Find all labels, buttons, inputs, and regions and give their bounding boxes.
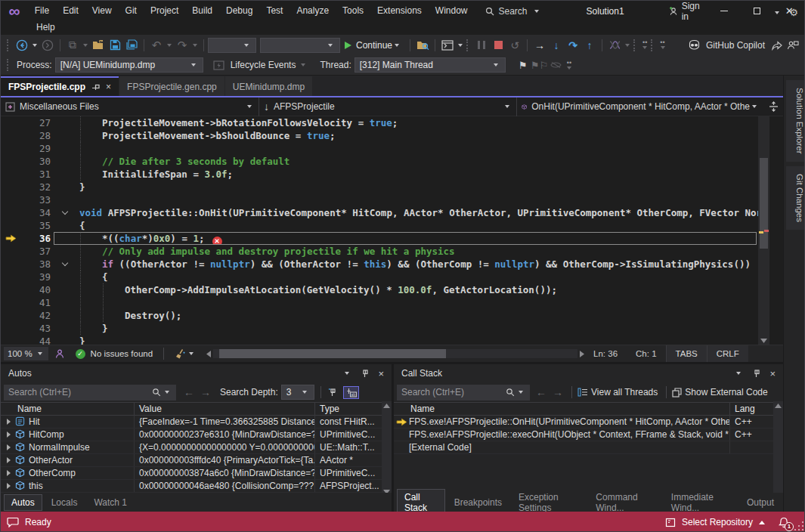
toolbar-grip[interactable] [633,39,636,51]
show-external-code-label[interactable]: Show External Code [685,387,767,397]
autos-window-menu-caret-icon[interactable] [345,372,349,375]
code-line[interactable]: 27ProjectileMovement->bRotationFollowsVe… [1,116,758,129]
menu-debug[interactable]: Debug [219,1,259,21]
fold-margin[interactable] [51,335,79,345]
intellisense-health-icon[interactable] [54,348,65,359]
expand-arrow-icon[interactable] [7,470,11,476]
line-indicator[interactable]: Ln: 36 [593,349,618,358]
expand-arrow-icon[interactable] [7,483,11,489]
editor-vertical-scrollbar[interactable] [758,116,769,345]
toolbar-grip[interactable] [651,39,654,51]
redo-caret-icon[interactable] [193,44,197,47]
code-line[interactable]: 32} [1,181,758,193]
fold-margin[interactable] [51,168,79,181]
send-feedback-icon[interactable] [786,39,800,52]
search-forward-icon[interactable]: → [551,385,565,399]
continue-button[interactable]: Continue [345,40,401,51]
fold-margin[interactable] [51,206,79,219]
autos-row[interactable]: OtherComp0x000000003874a6c0 {MinDrawDist… [1,467,392,480]
feedback-bubble-icon[interactable] [7,517,19,527]
fold-margin[interactable] [51,296,79,309]
fold-margin[interactable] [51,245,79,258]
toolbar-grip[interactable] [7,59,10,71]
breakpoint-margin[interactable] [1,116,20,129]
code-line[interactable]: 28ProjectileMovement->bShouldBounce = tr… [1,129,758,142]
menu-build[interactable]: Build [185,1,219,21]
call-stack-grid-header[interactable]: Name Lang [394,402,783,416]
undo-icon[interactable]: ↶ [150,39,163,52]
call-stack-window-menu-caret-icon[interactable] [736,372,741,375]
breakpoint-margin[interactable] [1,129,20,142]
frame-name-cell[interactable]: FPS.exe!AFPSProjectile::execOnHit(UObjec… [394,428,730,441]
side-tab-solution-explorer[interactable]: Solution Explorer [786,80,804,162]
code-line[interactable]: 29 [1,142,758,155]
menu-project[interactable]: Project [144,1,185,21]
autos-grid-header[interactable]: Name Value Type [1,402,392,416]
solution-explorer-window-icon[interactable] [441,39,454,52]
pin-properties-icon[interactable]: ab [343,386,359,399]
autos-row[interactable]: NormalImpulse{X=0.00000000000000000 Y=0.… [1,441,392,454]
menu-git[interactable]: Git [119,1,144,21]
fold-margin[interactable] [51,232,79,245]
code-line[interactable]: 30// Die after 3 seconds by default [1,155,758,168]
document-well-options-gear-icon[interactable]: ⚙ [789,7,798,18]
frame-name-cell[interactable]: FPS.exe!AFPSProjectile::OnHit(UPrimitive… [394,416,730,428]
type-dropdown[interactable]: ↓ AFPSProjectile [259,97,516,116]
fold-margin[interactable] [51,219,79,232]
code-line[interactable]: 41 [1,296,758,309]
breakpoint-margin[interactable] [1,296,20,309]
tab-close-icon[interactable]: × [106,82,111,92]
sign-in-button[interactable]: Sign in [668,1,707,22]
code-editor[interactable]: 27ProjectileMovement->bRotationFollowsVe… [1,116,758,345]
stop-debugging-icon[interactable] [491,39,505,52]
editor-horizontal-scrollbar[interactable] [213,349,577,358]
find-in-files-icon[interactable] [416,39,429,52]
menu-test[interactable]: Test [259,1,289,21]
menu-help[interactable]: Help [29,20,62,34]
navigate-forward-icon[interactable] [41,39,54,52]
expand-arrow-icon[interactable] [7,457,11,463]
code-line[interactable]: 39{ [1,271,758,283]
toolbar-grip[interactable] [466,39,469,51]
github-copilot-label[interactable]: GitHub Copilot [706,40,765,51]
navigate-back-caret-icon[interactable] [33,44,37,47]
breakpoint-margin[interactable] [1,271,20,283]
open-folder-icon[interactable] [91,39,105,52]
menu-file[interactable]: File [28,1,56,21]
new-project-caret-icon[interactable] [83,44,88,47]
save-icon[interactable] [108,39,122,52]
autos-value-cell[interactable]: 0x00000000237e6310 {MinDrawDistance=??..… [135,428,315,441]
autos-name-cell[interactable]: this [1,480,135,492]
fold-margin[interactable] [51,322,79,335]
autos-name-cell[interactable]: Hit [1,416,135,428]
autos-name-cell[interactable]: NormalImpulse [1,441,135,453]
select-repository-label[interactable]: Select Repository [682,517,753,527]
watch-window-tab[interactable]: Locals [44,494,85,511]
share-icon[interactable] [769,39,783,52]
menu-extensions[interactable]: Extensions [370,1,429,21]
platform-dropdown[interactable] [260,38,340,53]
fold-margin[interactable] [51,271,79,283]
document-tab[interactable]: FPSProjectile.gen.cpp [119,76,224,96]
fold-margin[interactable] [51,283,79,296]
fold-margin[interactable] [51,181,79,193]
side-tab-git-changes[interactable]: Git Changes [786,166,804,230]
toolbar-grip[interactable] [7,39,10,51]
autos-value-cell[interactable]: 0x000000003874a6c0 {MinDrawDistance=??..… [135,467,315,479]
autos-value-cell[interactable]: {FaceIndex=-1 Time=0.366325885 Distance.… [135,416,315,428]
call-stack-close-icon[interactable]: × [769,368,776,379]
select-repository-caret-icon[interactable] [759,521,765,524]
undo-caret-icon[interactable] [167,44,172,47]
thread-dropdown[interactable]: [312] Main Thread [355,57,506,73]
breakpoint-margin[interactable] [1,309,20,322]
code-line[interactable]: 43} [1,322,758,335]
call-stack-row[interactable]: FPS.exe!AFPSProjectile::execOnHit(UObjec… [394,428,783,441]
parallel-stacks-icon[interactable] [608,39,621,52]
autos-name-cell[interactable]: OtherActor [1,454,135,466]
process-dropdown[interactable]: [N/A] UEMinidump.dmp [55,57,203,73]
new-project-icon[interactable]: ⧉ [66,39,79,52]
breakpoint-margin[interactable] [1,168,20,181]
view-all-threads-label[interactable]: View all Threads [591,387,658,397]
hscroll-left-arrow-icon[interactable] [206,351,211,357]
menu-window[interactable]: Window [429,1,475,21]
